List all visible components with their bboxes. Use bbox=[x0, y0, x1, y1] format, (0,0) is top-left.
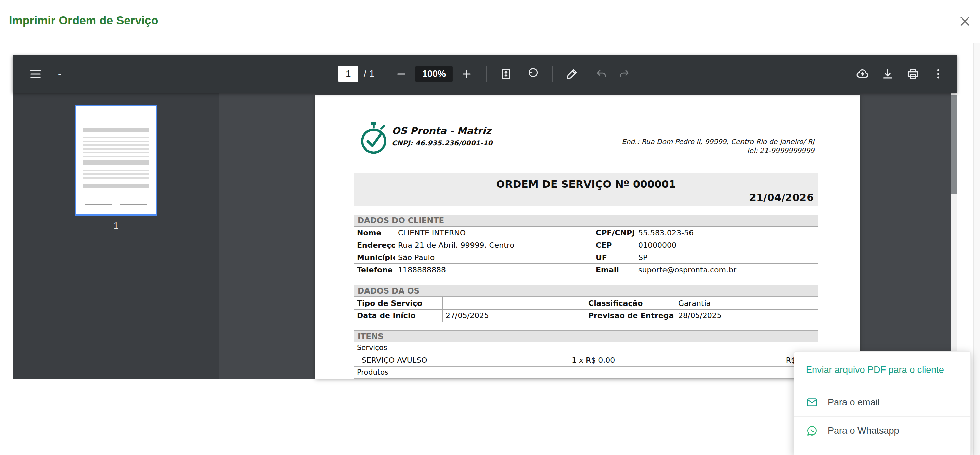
download-icon bbox=[881, 67, 894, 80]
email-icon bbox=[806, 396, 818, 409]
item-qty-price: 1 x R$ 0,00 bbox=[568, 354, 724, 366]
order-date: 21/04/2026 bbox=[354, 192, 818, 204]
section-client-title: DADOS DO CLIENTE bbox=[354, 215, 818, 226]
company-logo-stopwatch-icon bbox=[360, 122, 388, 155]
items-group-services: Serviços bbox=[354, 342, 818, 354]
toolbar-separator bbox=[486, 66, 487, 82]
client-label: UF bbox=[593, 251, 635, 264]
modal-header: Imprimir Ordem de Serviço bbox=[0, 0, 980, 43]
os-table: Tipo de Serviço Classificação Garantia D… bbox=[354, 297, 818, 322]
menu-icon bbox=[29, 67, 42, 80]
client-label: Telefone bbox=[354, 264, 395, 276]
order-title: ORDEM DE SERVIÇO Nº 000001 bbox=[354, 178, 818, 190]
items-group-products: Produtos bbox=[354, 367, 818, 379]
os-label: Classificação bbox=[585, 297, 675, 310]
send-pdf-menu: Enviar arquivo PDF para o cliente Para o… bbox=[794, 352, 971, 455]
pdf-scrollbar-thumb[interactable] bbox=[951, 95, 957, 194]
client-label: Município bbox=[354, 251, 395, 264]
pdf-toolbar: - / 1 100% bbox=[13, 55, 957, 93]
client-value: 01000000 bbox=[635, 239, 818, 251]
annotate-pen-icon bbox=[566, 67, 579, 80]
fit-to-page-button[interactable] bbox=[499, 67, 513, 81]
company-header: OS Pronta - Matriz CNPJ: 46.935.236/0001… bbox=[354, 119, 818, 158]
client-value: 1188888888 bbox=[395, 264, 593, 276]
rotate-counterclockwise-icon bbox=[527, 68, 539, 80]
company-contact: End.: Rua Dom Pedro II, 99999, Centro Ri… bbox=[622, 137, 815, 155]
send-pdf-whatsapp-item[interactable]: Para o Whatsapp bbox=[794, 416, 970, 445]
company-cnpj: CNPJ: 46.935.236/0001-10 bbox=[392, 139, 492, 147]
os-value bbox=[443, 297, 585, 310]
print-button[interactable] bbox=[906, 67, 920, 81]
send-pdf-email-item[interactable]: Para o email bbox=[794, 388, 970, 416]
pdf-scrollbar-track[interactable] bbox=[951, 93, 957, 379]
save-to-cloud-button[interactable] bbox=[855, 67, 869, 81]
close-icon bbox=[958, 15, 972, 28]
os-label: Tipo de Serviço bbox=[354, 297, 443, 310]
save-to-cloud-icon bbox=[856, 67, 869, 81]
section-items-title: ITENS bbox=[354, 331, 818, 342]
client-label: CPF/CNPJ bbox=[593, 227, 635, 239]
download-button[interactable] bbox=[880, 67, 895, 81]
menu-button[interactable] bbox=[29, 67, 43, 81]
item-name: SERVIÇO AVULSO bbox=[354, 354, 568, 366]
items-table: Serviços SERVIÇO AVULSO 1 x R$ 0,00 R$ 0… bbox=[354, 342, 818, 379]
page-thumbnail[interactable] bbox=[75, 105, 157, 216]
os-label: Data de Início bbox=[354, 310, 443, 322]
page-total-label: / 1 bbox=[364, 68, 374, 80]
whatsapp-icon bbox=[806, 425, 818, 437]
redo-button[interactable] bbox=[617, 67, 631, 81]
thumbnail-preview bbox=[78, 108, 154, 212]
print-service-order-modal: Imprimir Ordem de Serviço - / 1 bbox=[0, 0, 980, 455]
pdf-page: OS Pronta - Matriz CNPJ: 46.935.236/0001… bbox=[315, 95, 859, 379]
os-value: 28/05/2025 bbox=[675, 310, 818, 322]
item-row: SERVIÇO AVULSO 1 x R$ 0,00 R$ 0,00 bbox=[354, 354, 818, 367]
company-phone: Tel: 21-9999999999 bbox=[622, 146, 815, 155]
client-label: Endereço bbox=[354, 239, 395, 251]
zoom-in-button[interactable] bbox=[460, 67, 474, 81]
zoom-out-icon bbox=[395, 68, 407, 80]
os-label: Previsão de Entrega bbox=[585, 310, 675, 322]
client-label: Email bbox=[593, 264, 635, 276]
client-table: Nome CLIENTE INTERNO CPF/CNPJ 55.583.023… bbox=[354, 226, 818, 276]
undo-icon bbox=[596, 68, 608, 80]
client-value: SP bbox=[635, 251, 818, 264]
close-button[interactable] bbox=[957, 13, 973, 29]
thumbnail-page-number: 1 bbox=[75, 221, 157, 231]
undo-button[interactable] bbox=[594, 67, 609, 81]
os-value: 27/05/2025 bbox=[443, 310, 585, 322]
client-label: CEP bbox=[593, 239, 635, 251]
more-options-button[interactable] bbox=[931, 67, 945, 81]
company-name: OS Pronta - Matriz bbox=[392, 125, 491, 137]
browser-scrollbar-track[interactable] bbox=[974, 0, 980, 455]
client-value: CLIENTE INTERNO bbox=[395, 227, 593, 239]
rotate-button[interactable] bbox=[526, 67, 540, 81]
zoom-in-icon bbox=[461, 68, 473, 80]
zoom-out-button[interactable] bbox=[394, 67, 409, 81]
client-value: suporte@ospronta.com.br bbox=[635, 264, 818, 276]
document-title: - bbox=[58, 68, 61, 80]
os-value: Garantia bbox=[675, 297, 818, 310]
send-pdf-email-label: Para o email bbox=[828, 397, 880, 408]
annotate-button[interactable] bbox=[565, 67, 579, 81]
fit-to-page-icon bbox=[500, 68, 512, 80]
send-pdf-menu-header: Enviar arquivo PDF para o cliente bbox=[794, 352, 970, 388]
page-number-input[interactable] bbox=[339, 66, 358, 82]
section-os-title: DADOS DA OS bbox=[354, 285, 818, 297]
client-value: Rua 21 de Abril, 99999, Centro bbox=[395, 239, 593, 251]
company-address: End.: Rua Dom Pedro II, 99999, Centro Ri… bbox=[622, 137, 815, 146]
toolbar-separator bbox=[552, 66, 553, 82]
thumbnail-sidebar: 1 bbox=[13, 93, 220, 379]
client-value: São Paulo bbox=[395, 251, 593, 264]
viewer-body: 1 OS Pronta - Matriz CNPJ: 46.935.236/00… bbox=[13, 93, 957, 379]
pdf-viewer: - / 1 100% bbox=[13, 55, 957, 379]
order-header: ORDEM DE SERVIÇO Nº 000001 21/04/2026 bbox=[354, 173, 818, 206]
client-label: Nome bbox=[354, 227, 395, 239]
print-icon bbox=[907, 67, 920, 80]
zoom-level-button[interactable]: 100% bbox=[415, 66, 453, 82]
send-pdf-whatsapp-label: Para o Whatsapp bbox=[828, 426, 899, 436]
more-vert-icon bbox=[932, 68, 944, 80]
redo-icon bbox=[618, 68, 630, 80]
client-value: 55.583.023-56 bbox=[635, 227, 818, 239]
modal-title: Imprimir Ordem de Serviço bbox=[9, 14, 158, 27]
